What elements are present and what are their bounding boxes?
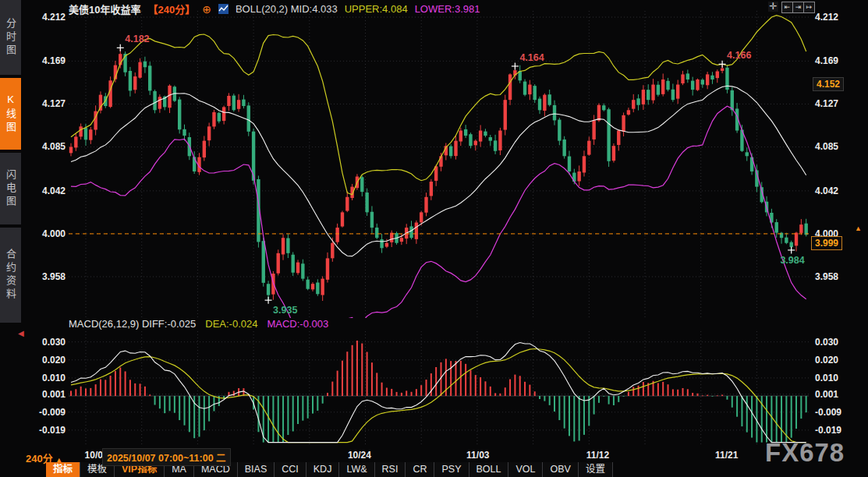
high-annotation: 4.164 xyxy=(519,52,544,63)
low-annotation: 3.984 xyxy=(780,255,804,266)
y-axis-tick-label: 4.127 xyxy=(23,98,66,109)
boll-mid-label: BOLL(20,2) MID:4.033 xyxy=(236,3,338,15)
y-axis-tick-label: 4.169 xyxy=(23,55,66,66)
menu-item-1[interactable]: 指标 xyxy=(46,462,80,477)
menu-item-6[interactable]: BIAS xyxy=(238,462,275,477)
x-axis-label: 11/21 xyxy=(715,450,738,461)
y-axis-tick-label: -0.019 xyxy=(23,425,66,436)
sidebar-tab-2[interactable]: K线图 xyxy=(0,78,21,150)
y-axis-tick-label: 4.127 xyxy=(815,98,857,109)
y-axis-tick-label: 0.030 xyxy=(815,337,857,348)
menu-item-15[interactable]: OBV xyxy=(543,462,578,477)
period-label: 【240分】 xyxy=(147,2,195,16)
scroll-left-icon[interactable]: ◀ xyxy=(18,329,24,337)
boll-upper-label: UPPER:4.084 xyxy=(345,3,408,15)
x-axis-label: 10/0 xyxy=(85,450,103,461)
x-axis-label: 11/03 xyxy=(466,450,489,461)
x-axis-label: 11/12 xyxy=(586,450,609,461)
add-indicator-icon[interactable]: ⊕ xyxy=(202,3,211,16)
last-price-axis-badge: 3.999 xyxy=(811,236,842,250)
macd-dea-label: DEA:-0.024 xyxy=(205,318,257,330)
menu-item-8[interactable]: KDJ xyxy=(306,462,340,477)
instrument-title: 美债10年收益率 xyxy=(69,2,140,16)
y-axis-tick-label: 0.001 xyxy=(23,389,66,400)
compress-x-icon[interactable]: ⇤ xyxy=(781,2,793,13)
pan-icon[interactable]: ✛ xyxy=(768,2,778,12)
sidebar-tab-3[interactable]: 闪电图 xyxy=(0,153,21,224)
y-axis-tick-label: 4.042 xyxy=(23,186,66,196)
y-axis-tick-label: 4.212 xyxy=(23,12,66,23)
macd-diff-label: MACD(26,12,9) DIFF:-0.025 xyxy=(69,318,196,330)
latest-price-arrow-icon: ▲ xyxy=(855,224,862,232)
y-axis-tick-label: 4.212 xyxy=(815,12,857,23)
upper-band-axis-badge: 4.152 xyxy=(813,77,844,91)
high-annotation: 4.166 xyxy=(727,50,751,61)
macd-value-label: MACD:-0.003 xyxy=(267,318,328,330)
y-axis-tick-label: -0.009 xyxy=(23,407,66,418)
y-axis-tick-label: 4.085 xyxy=(815,141,857,152)
y-axis-tick-label: -0.009 xyxy=(815,407,857,418)
y-axis-tick-label: 4.000 xyxy=(23,228,66,239)
low-annotation: 3.935 xyxy=(273,305,297,316)
bar-info-tooltip: 2025/10/07 07:00~11:00 二 xyxy=(102,448,231,466)
boll-chart-icon xyxy=(218,4,229,14)
y-axis-tick-label: 0.010 xyxy=(815,373,857,383)
menu-item-11[interactable]: CR xyxy=(406,462,434,477)
y-axis-tick-label: 0.030 xyxy=(23,337,66,348)
macd-header: MACD(26,12,9) DIFF:-0.025 DEA:-0.024 MAC… xyxy=(69,318,328,330)
y-axis-tick-label: 0.001 xyxy=(815,389,857,400)
macd-chart-canvas[interactable] xyxy=(69,331,809,444)
y-axis-tick-label: 4.085 xyxy=(23,141,66,152)
y-axis-tick-label: 3.958 xyxy=(815,271,857,282)
sidebar-tab-1[interactable]: 分时图 xyxy=(0,0,21,75)
goto-latest-icon[interactable]: ↦ xyxy=(803,2,815,13)
y-axis-tick-label: 3.958 xyxy=(23,271,66,282)
y-axis-tick-label: 0.020 xyxy=(815,355,857,366)
y-axis-tick-label: 0.010 xyxy=(23,373,66,383)
y-axis-tick-label: 4.169 xyxy=(815,55,857,66)
menu-item-14[interactable]: VOL xyxy=(508,462,543,477)
y-axis-tick-label: -0.019 xyxy=(815,425,857,436)
y-axis-tick-label: 4.042 xyxy=(815,186,857,196)
chart-terminal-window: 分时图K线图闪电图合约资料 美债10年收益率 【240分】 ⊕ BOLL(20,… xyxy=(0,0,868,477)
chart-title-bar: 美债10年收益率 【240分】 ⊕ BOLL(20,2) MID:4.033 U… xyxy=(69,2,480,16)
expand-x-icon[interactable]: ⇥ xyxy=(792,2,804,13)
menu-item-10[interactable]: RSI xyxy=(375,462,406,477)
boll-lower-label: LOWER:3.981 xyxy=(415,3,480,15)
sidebar-tab-4[interactable]: 合约资料 xyxy=(0,228,21,323)
high-annotation: 4.182 xyxy=(125,34,149,44)
y-axis-tick-label: 0.020 xyxy=(23,355,66,366)
menu-item-12[interactable]: PSY xyxy=(434,462,469,477)
menu-item-13[interactable]: BOLL xyxy=(469,462,509,477)
menu-item-16[interactable]: 设置 xyxy=(579,462,613,477)
candlestick-chart-canvas[interactable]: 4.1824.1644.1663.9353.984 xyxy=(69,11,809,318)
fx678-watermark: FX678 xyxy=(765,438,845,468)
menu-item-7[interactable]: CCI xyxy=(275,462,306,477)
x-axis-label: 10/24 xyxy=(348,450,371,461)
menu-item-9[interactable]: LW& xyxy=(339,462,374,477)
